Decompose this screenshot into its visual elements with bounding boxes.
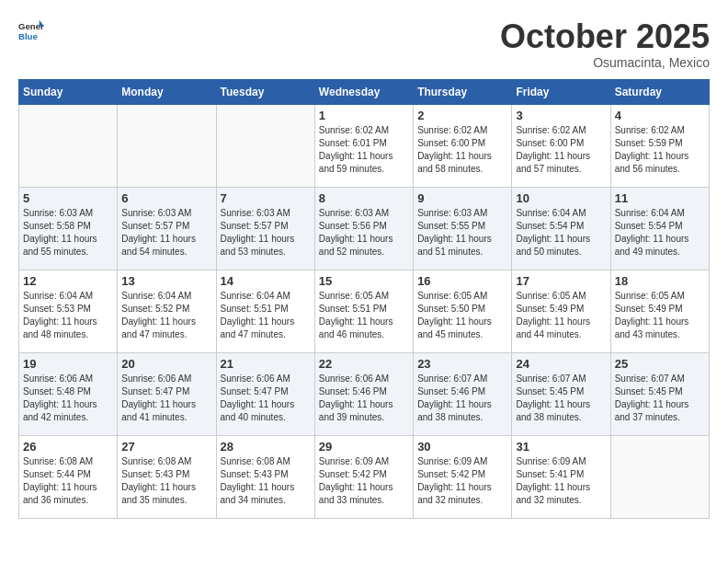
calendar-cell: 16Sunrise: 6:05 AM Sunset: 5:50 PM Dayli… <box>414 270 512 352</box>
calendar-cell <box>216 104 314 187</box>
day-number: 28 <box>221 440 311 454</box>
calendar-cell: 31Sunrise: 6:09 AM Sunset: 5:41 PM Dayli… <box>512 435 610 518</box>
day-info: Sunrise: 6:05 AM Sunset: 5:49 PM Dayligh… <box>516 290 606 341</box>
calendar-cell: 26Sunrise: 6:08 AM Sunset: 5:44 PM Dayli… <box>19 435 118 518</box>
day-number: 7 <box>221 191 311 205</box>
day-number: 29 <box>319 440 409 454</box>
weekday-friday: Friday <box>512 79 610 104</box>
day-number: 8 <box>319 191 409 205</box>
calendar-cell: 3Sunrise: 6:02 AM Sunset: 6:00 PM Daylig… <box>512 104 610 187</box>
day-number: 30 <box>417 440 507 454</box>
day-info: Sunrise: 6:04 AM Sunset: 5:54 PM Dayligh… <box>615 207 705 259</box>
calendar-cell: 24Sunrise: 6:07 AM Sunset: 5:45 PM Dayli… <box>512 352 610 435</box>
calendar-cell: 6Sunrise: 6:03 AM Sunset: 5:57 PM Daylig… <box>118 187 216 270</box>
calendar-cell: 23Sunrise: 6:07 AM Sunset: 5:46 PM Dayli… <box>414 352 512 435</box>
day-info: Sunrise: 6:09 AM Sunset: 5:42 PM Dayligh… <box>319 455 409 507</box>
calendar-cell: 14Sunrise: 6:04 AM Sunset: 5:51 PM Dayli… <box>216 270 314 352</box>
day-info: Sunrise: 6:02 AM Sunset: 6:00 PM Dayligh… <box>417 124 507 176</box>
page-header: General Blue October 2025 Osumacinta, Me… <box>18 18 710 70</box>
logo: General Blue <box>18 18 44 44</box>
calendar-cell <box>118 104 216 187</box>
day-number: 26 <box>23 440 113 454</box>
calendar-cell: 2Sunrise: 6:02 AM Sunset: 6:00 PM Daylig… <box>414 104 512 187</box>
day-info: Sunrise: 6:06 AM Sunset: 5:46 PM Dayligh… <box>319 373 409 424</box>
day-info: Sunrise: 6:05 AM Sunset: 5:51 PM Dayligh… <box>319 290 409 341</box>
day-number: 14 <box>221 274 311 288</box>
svg-text:Blue: Blue <box>18 31 38 41</box>
day-info: Sunrise: 6:03 AM Sunset: 5:55 PM Dayligh… <box>417 207 507 259</box>
day-number: 24 <box>516 357 606 371</box>
calendar-cell: 4Sunrise: 6:02 AM Sunset: 5:59 PM Daylig… <box>610 104 709 187</box>
weekday-wednesday: Wednesday <box>314 79 413 104</box>
day-number: 4 <box>615 109 705 122</box>
day-number: 10 <box>516 191 606 205</box>
day-number: 16 <box>417 274 507 288</box>
calendar-cell <box>610 435 709 518</box>
month-title: October 2025 <box>500 18 710 55</box>
day-info: Sunrise: 6:07 AM Sunset: 5:46 PM Dayligh… <box>417 373 507 424</box>
calendar-cell: 29Sunrise: 6:09 AM Sunset: 5:42 PM Dayli… <box>314 435 413 518</box>
day-info: Sunrise: 6:03 AM Sunset: 5:56 PM Dayligh… <box>319 207 409 259</box>
day-number: 31 <box>516 440 606 454</box>
day-info: Sunrise: 6:04 AM Sunset: 5:51 PM Dayligh… <box>221 290 311 341</box>
day-info: Sunrise: 6:06 AM Sunset: 5:47 PM Dayligh… <box>121 373 211 424</box>
calendar-cell: 18Sunrise: 6:05 AM Sunset: 5:49 PM Dayli… <box>610 270 709 352</box>
day-number: 1 <box>319 109 409 122</box>
day-number: 23 <box>417 357 507 371</box>
calendar-cell: 22Sunrise: 6:06 AM Sunset: 5:46 PM Dayli… <box>314 352 413 435</box>
day-number: 15 <box>319 274 409 288</box>
calendar-cell: 10Sunrise: 6:04 AM Sunset: 5:54 PM Dayli… <box>512 187 610 270</box>
day-number: 21 <box>221 357 311 371</box>
day-number: 19 <box>23 357 113 371</box>
day-info: Sunrise: 6:03 AM Sunset: 5:58 PM Dayligh… <box>23 207 113 259</box>
day-number: 9 <box>417 191 507 205</box>
day-info: Sunrise: 6:07 AM Sunset: 5:45 PM Dayligh… <box>615 373 705 424</box>
calendar-table: SundayMondayTuesdayWednesdayThursdayFrid… <box>18 79 710 519</box>
weekday-sunday: Sunday <box>19 79 118 104</box>
weekday-header-row: SundayMondayTuesdayWednesdayThursdayFrid… <box>19 79 710 104</box>
day-info: Sunrise: 6:02 AM Sunset: 5:59 PM Dayligh… <box>615 124 705 176</box>
week-row-4: 19Sunrise: 6:06 AM Sunset: 5:48 PM Dayli… <box>19 352 710 435</box>
week-row-3: 12Sunrise: 6:04 AM Sunset: 5:53 PM Dayli… <box>19 270 710 352</box>
day-info: Sunrise: 6:04 AM Sunset: 5:53 PM Dayligh… <box>23 290 113 341</box>
week-row-5: 26Sunrise: 6:08 AM Sunset: 5:44 PM Dayli… <box>19 435 710 518</box>
day-number: 25 <box>615 357 705 371</box>
calendar-body: 1Sunrise: 6:02 AM Sunset: 6:01 PM Daylig… <box>19 104 710 518</box>
week-row-1: 1Sunrise: 6:02 AM Sunset: 6:01 PM Daylig… <box>19 104 710 187</box>
calendar-cell: 21Sunrise: 6:06 AM Sunset: 5:47 PM Dayli… <box>216 352 314 435</box>
day-number: 22 <box>319 357 409 371</box>
calendar-cell: 11Sunrise: 6:04 AM Sunset: 5:54 PM Dayli… <box>610 187 709 270</box>
calendar-cell: 25Sunrise: 6:07 AM Sunset: 5:45 PM Dayli… <box>610 352 709 435</box>
day-info: Sunrise: 6:03 AM Sunset: 5:57 PM Dayligh… <box>221 207 311 259</box>
calendar-cell: 28Sunrise: 6:08 AM Sunset: 5:43 PM Dayli… <box>216 435 314 518</box>
day-info: Sunrise: 6:03 AM Sunset: 5:57 PM Dayligh… <box>121 207 211 259</box>
calendar-cell: 27Sunrise: 6:08 AM Sunset: 5:43 PM Dayli… <box>118 435 216 518</box>
weekday-tuesday: Tuesday <box>216 79 314 104</box>
weekday-saturday: Saturday <box>610 79 709 104</box>
calendar-cell: 30Sunrise: 6:09 AM Sunset: 5:42 PM Dayli… <box>414 435 512 518</box>
calendar-cell: 15Sunrise: 6:05 AM Sunset: 5:51 PM Dayli… <box>314 270 413 352</box>
day-number: 17 <box>516 274 606 288</box>
day-number: 27 <box>121 440 211 454</box>
day-info: Sunrise: 6:05 AM Sunset: 5:50 PM Dayligh… <box>417 290 507 341</box>
day-info: Sunrise: 6:06 AM Sunset: 5:47 PM Dayligh… <box>221 373 311 424</box>
day-info: Sunrise: 6:08 AM Sunset: 5:44 PM Dayligh… <box>23 455 113 507</box>
calendar-cell: 8Sunrise: 6:03 AM Sunset: 5:56 PM Daylig… <box>314 187 413 270</box>
calendar-cell: 5Sunrise: 6:03 AM Sunset: 5:58 PM Daylig… <box>19 187 118 270</box>
day-info: Sunrise: 6:08 AM Sunset: 5:43 PM Dayligh… <box>221 455 311 507</box>
day-number: 18 <box>615 274 705 288</box>
day-info: Sunrise: 6:04 AM Sunset: 5:52 PM Dayligh… <box>121 290 211 341</box>
calendar-cell: 19Sunrise: 6:06 AM Sunset: 5:48 PM Dayli… <box>19 352 118 435</box>
day-info: Sunrise: 6:06 AM Sunset: 5:48 PM Dayligh… <box>23 373 113 424</box>
day-number: 13 <box>121 274 211 288</box>
day-info: Sunrise: 6:05 AM Sunset: 5:49 PM Dayligh… <box>615 290 705 341</box>
day-info: Sunrise: 6:02 AM Sunset: 6:01 PM Dayligh… <box>319 124 409 176</box>
day-number: 12 <box>23 274 113 288</box>
day-number: 6 <box>121 191 211 205</box>
calendar-cell: 17Sunrise: 6:05 AM Sunset: 5:49 PM Dayli… <box>512 270 610 352</box>
day-info: Sunrise: 6:09 AM Sunset: 5:42 PM Dayligh… <box>417 455 507 507</box>
calendar-cell: 20Sunrise: 6:06 AM Sunset: 5:47 PM Dayli… <box>118 352 216 435</box>
day-info: Sunrise: 6:09 AM Sunset: 5:41 PM Dayligh… <box>516 455 606 507</box>
calendar-cell: 1Sunrise: 6:02 AM Sunset: 6:01 PM Daylig… <box>314 104 413 187</box>
day-number: 3 <box>516 109 606 122</box>
